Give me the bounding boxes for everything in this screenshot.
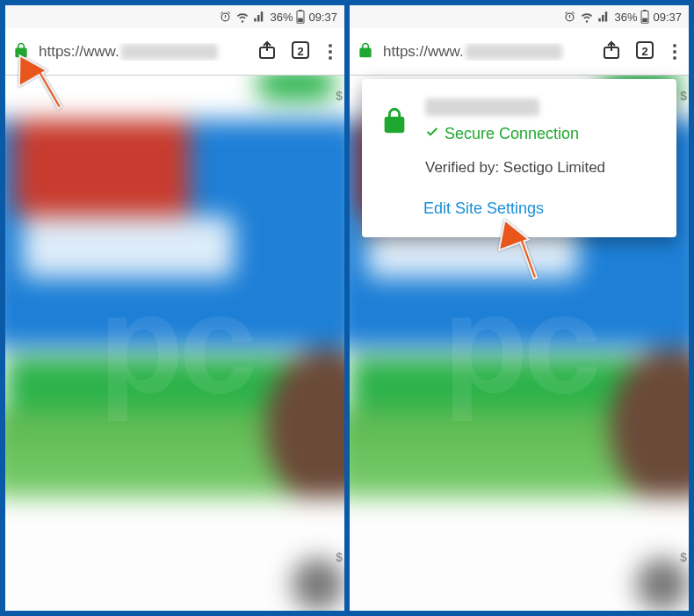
secure-connection-label: Secure Connection [425, 125, 659, 143]
alarm-icon [563, 11, 576, 24]
battery-icon [296, 10, 305, 24]
page-content-blurred: pc [5, 76, 344, 611]
tab-count: 2 [641, 44, 647, 57]
wifi-icon [235, 11, 249, 24]
status-bar: 36% 09:37 [350, 5, 689, 28]
svg-rect-7 [643, 18, 648, 22]
decoration: $ [680, 550, 687, 564]
url-prefix: https://www. [39, 43, 119, 60]
menu-button[interactable] [668, 44, 682, 60]
check-icon [425, 125, 439, 143]
signal-icon [597, 11, 611, 24]
clock-time: 09:37 [308, 11, 337, 24]
clock-time: 09:37 [653, 11, 682, 24]
signal-icon [253, 11, 266, 24]
tab-count: 2 [297, 44, 303, 57]
edit-site-settings-link[interactable]: Edit Site Settings [423, 199, 659, 218]
svg-rect-1 [300, 10, 302, 11]
tab-switcher[interactable]: 2 [634, 40, 655, 64]
site-name-blurred [425, 98, 539, 116]
tab-switcher[interactable]: 2 [290, 40, 311, 64]
url-blurred [121, 44, 218, 60]
share-icon[interactable] [257, 40, 278, 64]
lock-icon [380, 104, 409, 141]
site-info-popup: Secure Connection Verified by: Sectigo L… [362, 79, 676, 237]
url-bar[interactable]: https://www. [39, 43, 248, 61]
verified-by-label: Verified by: Sectigo Limited [425, 159, 659, 177]
decoration: $ [336, 550, 343, 564]
lock-icon[interactable] [12, 40, 30, 63]
lock-icon[interactable] [357, 40, 374, 63]
wifi-icon [580, 11, 594, 24]
url-blurred [466, 44, 562, 60]
share-icon[interactable] [601, 40, 622, 64]
url-prefix: https://www. [383, 43, 464, 60]
phone-screenshot-right: 36% 09:37 https://www. 2 [350, 5, 689, 611]
svg-rect-2 [299, 18, 304, 22]
browser-toolbar: https://www. 2 [5, 28, 344, 76]
svg-rect-6 [644, 10, 647, 11]
decoration: $ [336, 89, 343, 103]
browser-toolbar: https://www. 2 [350, 28, 689, 76]
status-bar: 36% 09:37 [5, 5, 344, 28]
battery-percent: 36% [614, 11, 637, 24]
phone-screenshot-left: 36% 09:37 https://www. 2 [5, 5, 344, 611]
menu-button[interactable] [323, 44, 337, 60]
url-bar[interactable]: https://www. [383, 43, 592, 61]
battery-icon [640, 10, 649, 24]
decoration: $ [680, 89, 687, 103]
alarm-icon [219, 11, 232, 24]
battery-percent: 36% [270, 11, 293, 24]
